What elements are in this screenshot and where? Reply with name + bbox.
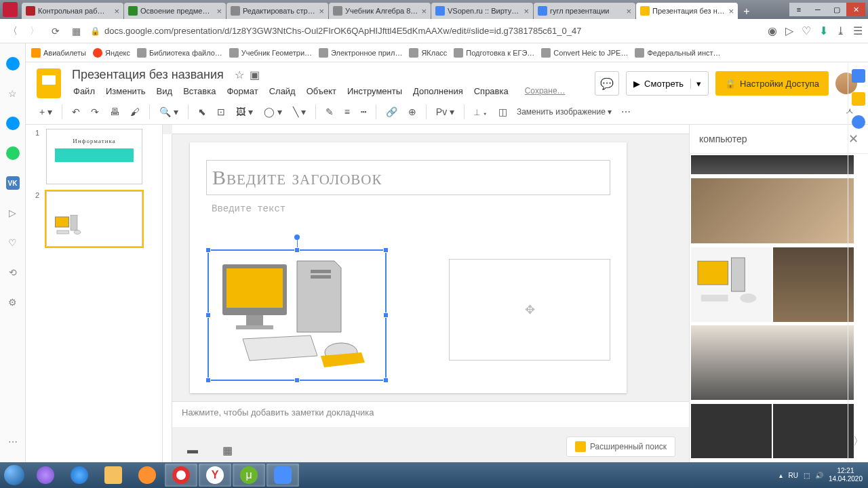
bookmark-item[interactable]: ЯКласс: [409, 48, 447, 58]
slide-thumbnail-active[interactable]: [46, 191, 142, 247]
explore-image-result[interactable]: [773, 247, 854, 322]
taskbar-yandex[interactable]: Y: [199, 464, 231, 487]
bookmark-item[interactable]: Авиабилеты: [31, 48, 86, 58]
tab-close-icon[interactable]: ×: [521, 6, 529, 16]
explore-image-result[interactable]: [773, 404, 854, 458]
maximize-button[interactable]: ▢: [827, 3, 846, 16]
url-input[interactable]: 🔒 docs.google.com/presentation/d/1z8Y3GW…: [90, 26, 761, 36]
sidebar-settings-icon[interactable]: ⚙: [6, 296, 20, 309]
paint-format-button[interactable]: 🖌: [126, 104, 144, 120]
new-tab-button[interactable]: +: [738, 4, 755, 19]
sidebar-messenger-icon[interactable]: [6, 117, 20, 130]
menu-edit[interactable]: Изменить: [102, 83, 150, 99]
present-dropdown-icon[interactable]: ▾: [690, 79, 701, 89]
keep-icon[interactable]: [852, 92, 865, 106]
tab-close-icon[interactable]: ×: [623, 6, 631, 16]
heart-icon[interactable]: ♡: [802, 24, 811, 37]
slides-logo-icon[interactable]: [37, 68, 61, 98]
mask-button[interactable]: ◫: [494, 104, 511, 120]
resize-handle[interactable]: [383, 312, 389, 318]
explore-image-result[interactable]: [691, 247, 772, 322]
calendar-icon[interactable]: [852, 69, 865, 83]
taskbar-utorrent[interactable]: μ: [233, 464, 265, 487]
menu-view[interactable]: Вид: [153, 83, 177, 99]
link-button[interactable]: 🔗: [382, 104, 401, 120]
bookmark-item[interactable]: Яндекс: [93, 48, 130, 58]
reload-button[interactable]: ⟳: [49, 23, 62, 39]
browser-tab[interactable]: Редактировать стр…×: [226, 3, 328, 19]
tasks-icon[interactable]: [852, 115, 865, 129]
resize-handle[interactable]: [383, 247, 389, 253]
play-icon[interactable]: ▷: [785, 24, 793, 37]
star-icon[interactable]: ☆: [235, 68, 244, 81]
replace-image-button[interactable]: Заменить изображение ▾: [514, 104, 614, 119]
browser-tab[interactable]: Контрольная раб…×: [22, 3, 123, 19]
explore-image-result[interactable]: [691, 178, 854, 243]
filmstrip-view-button[interactable]: ▬: [183, 440, 202, 461]
taskbar-opera[interactable]: [165, 464, 197, 487]
font-button[interactable]: Pv ▾: [432, 104, 458, 120]
resize-handle[interactable]: [383, 378, 389, 383]
undo-button[interactable]: ↶: [68, 104, 84, 120]
crop-button[interactable]: ⟂ ▾: [470, 104, 492, 120]
textbox-tool[interactable]: ⊡: [213, 104, 229, 120]
sidebar-heart-icon[interactable]: ♡: [6, 236, 20, 249]
taskbar-media[interactable]: [131, 464, 163, 487]
bookmark-item[interactable]: Федеральный инст…: [635, 48, 720, 58]
bookmark-item[interactable]: Библиотека файло…: [137, 48, 222, 58]
close-button[interactable]: ✕: [846, 3, 865, 16]
explore-image-result[interactable]: [691, 325, 854, 400]
slide-canvas[interactable]: Введите заголовок Введите текст: [190, 142, 627, 393]
zoom-button[interactable]: 🔍 ▾: [155, 104, 182, 120]
redo-button[interactable]: ↷: [87, 104, 103, 120]
resize-handle[interactable]: [294, 378, 300, 383]
save-icon[interactable]: ⤓: [836, 24, 845, 37]
bookmark-item[interactable]: Учебник Геометри…: [229, 48, 312, 58]
tray-lang[interactable]: RU: [788, 472, 797, 479]
minimize-button[interactable]: ─: [808, 3, 827, 16]
browser-tab[interactable]: Освоение предме…×: [124, 3, 226, 19]
taskbar-explorer[interactable]: [97, 464, 130, 487]
explore-image-result[interactable]: [691, 155, 854, 174]
opera-menu-button[interactable]: [3, 2, 18, 17]
border-dash-button[interactable]: ┅: [357, 104, 370, 120]
shape-tool[interactable]: ◯ ▾: [260, 104, 286, 120]
bookmark-item[interactable]: Электронное прил…: [319, 48, 402, 58]
browser-tab[interactable]: Учебник Алгебра 8…×: [329, 3, 431, 19]
print-button[interactable]: 🖶: [106, 104, 123, 120]
taskbar-zoom[interactable]: [267, 464, 299, 487]
grid-view-button[interactable]: ▦: [218, 440, 237, 461]
move-folder-icon[interactable]: ▣: [250, 68, 260, 81]
browser-tab[interactable]: VSopen.ru :: Вирту…×: [431, 3, 533, 19]
select-tool[interactable]: ⬉: [194, 104, 210, 120]
explore-search-term[interactable]: компьютер: [699, 134, 848, 144]
rotate-handle[interactable]: [294, 235, 300, 240]
menu-insert[interactable]: Вставка: [179, 83, 220, 99]
menu-tools[interactable]: Инструменты: [343, 83, 406, 99]
menu-format[interactable]: Формат: [222, 83, 262, 99]
taskbar-ie[interactable]: [63, 464, 96, 487]
image-placeholder[interactable]: ✥: [449, 259, 610, 361]
advanced-search-button[interactable]: Расширенный поиск: [566, 436, 675, 457]
tab-close-icon[interactable]: ×: [418, 6, 427, 16]
selected-image[interactable]: [208, 249, 387, 381]
taskbar-app[interactable]: [29, 464, 62, 487]
sidebar-whatsapp-icon[interactable]: [6, 146, 20, 160]
sidebar-vk-icon[interactable]: VK: [6, 176, 20, 190]
browser-tab-active[interactable]: Презентация без н…×: [636, 3, 738, 19]
tab-close-icon[interactable]: ×: [111, 6, 119, 16]
forward-button[interactable]: 〉: [27, 22, 42, 40]
download-icon[interactable]: ⬇: [819, 24, 828, 37]
menu-file[interactable]: Файл: [69, 83, 99, 99]
subtitle-placeholder[interactable]: Введите текст: [206, 202, 610, 218]
border-weight-button[interactable]: ≡: [340, 104, 354, 120]
slide-thumbnail[interactable]: Информатика: [46, 129, 142, 184]
menu-object[interactable]: Объект: [302, 83, 340, 99]
start-button[interactable]: [0, 462, 28, 488]
resize-handle[interactable]: [205, 312, 211, 318]
window-menu-button[interactable]: ≡: [789, 3, 808, 16]
tab-close-icon[interactable]: ×: [726, 6, 734, 16]
resize-handle[interactable]: [294, 247, 300, 253]
back-button[interactable]: 〈: [5, 22, 20, 40]
easy-setup-icon[interactable]: ☰: [853, 24, 863, 37]
